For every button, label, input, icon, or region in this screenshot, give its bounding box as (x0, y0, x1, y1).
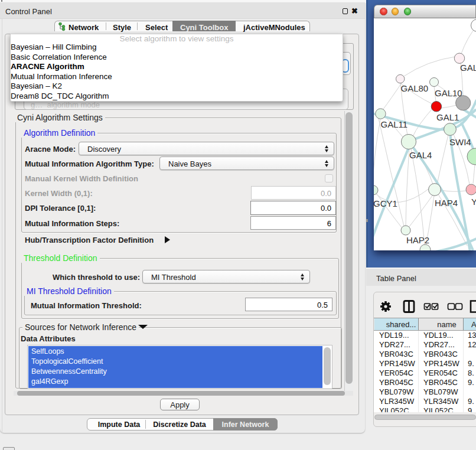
svg-text:GAL: GAL (460, 63, 476, 73)
svg-text:GAL11: GAL11 (381, 119, 408, 129)
svg-text:GCY1: GCY1 (374, 198, 397, 208)
svg-text:GAL1: GAL1 (436, 112, 459, 122)
svg-text:Y: Y (471, 197, 476, 207)
svg-text:GAL4: GAL4 (409, 150, 432, 160)
svg-text:GAL80: GAL80 (401, 83, 429, 93)
svg-text:GAL10: GAL10 (435, 88, 462, 98)
svg-text:HAP2: HAP2 (406, 235, 429, 245)
svg-text:SWI4: SWI4 (449, 137, 471, 147)
svg-text:HAP4: HAP4 (435, 198, 458, 208)
